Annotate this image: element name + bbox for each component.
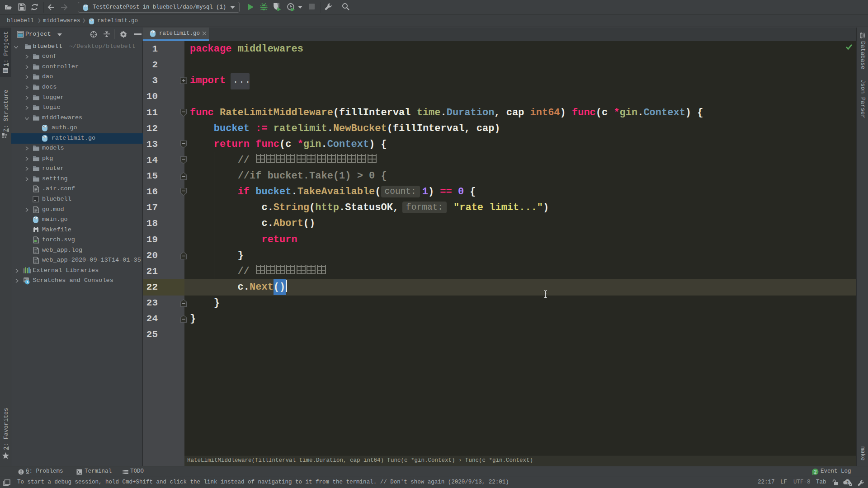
svg-text:?: ? bbox=[846, 480, 849, 485]
svg-text:2: 2 bbox=[814, 469, 817, 474]
